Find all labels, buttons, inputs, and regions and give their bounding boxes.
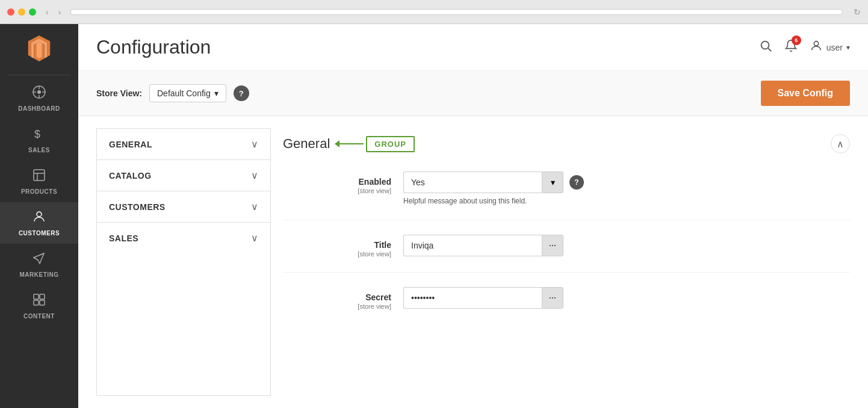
left-nav-general-chevron-icon: ∨ [251, 138, 258, 150]
sidebar-item-dashboard[interactable]: DASHBOARD [0, 78, 78, 119]
page-header: Configuration 6 user ▾ [78, 24, 868, 71]
left-nav-catalog-label: CATALOG [109, 171, 152, 181]
browser-navigation: ‹ › [42, 6, 64, 18]
section-title-row: General GROUP [283, 136, 415, 152]
left-nav-item-customers[interactable]: CUSTOMERS ∨ [97, 191, 270, 223]
content-icon [32, 292, 46, 311]
help-question-mark: ? [239, 89, 244, 98]
left-nav-sales-label: SALES [109, 233, 138, 243]
user-menu[interactable]: user ▾ [810, 39, 850, 55]
secret-label-col: Secret [store view] [283, 287, 403, 310]
svg-line-20 [768, 48, 771, 51]
left-nav-customers-label: CUSTOMERS [109, 202, 166, 212]
store-view-label: Store View: [96, 88, 142, 98]
right-panel: General GROUP ∧ Enabled [sto [283, 128, 850, 396]
left-nav: GENERAL ∨ CATALOG ∨ CUSTOMERS ∨ SALES ∨ [96, 128, 271, 396]
save-config-button[interactable]: Save Config [761, 81, 850, 106]
maximize-dot[interactable] [29, 8, 36, 16]
left-nav-customers-chevron-icon: ∨ [251, 201, 258, 212]
annotation-arrow: GROUP [339, 136, 415, 152]
collapse-chevron-icon: ∧ [837, 138, 844, 150]
sidebar-item-content-label: CONTENT [23, 313, 55, 320]
svg-rect-15 [34, 294, 39, 299]
main-body: GENERAL ∨ CATALOG ∨ CUSTOMERS ∨ SALES ∨ [78, 116, 868, 408]
secret-scope: [store view] [283, 303, 391, 310]
svg-rect-11 [34, 170, 45, 181]
secret-input-action-icon[interactable]: ⋯ [542, 287, 563, 309]
sidebar-item-sales[interactable]: $ SALES [0, 119, 78, 161]
enabled-input-col: Yes No ▾ Helpful message about using thi… [403, 172, 850, 205]
sidebar-item-content[interactable]: CONTENT [0, 285, 78, 327]
sidebar-logo [0, 24, 78, 72]
minimize-dot[interactable] [18, 8, 25, 16]
sidebar-item-marketing[interactable]: MARKETING [0, 244, 78, 285]
svg-rect-18 [40, 300, 45, 305]
dashboard-icon [32, 85, 46, 103]
secret-label: Secret [365, 292, 391, 302]
enabled-select[interactable]: Yes No [403, 172, 542, 193]
close-dot[interactable] [7, 8, 14, 16]
store-view-select[interactable]: Default Config ▾ [149, 84, 226, 102]
forward-button[interactable]: › [55, 6, 65, 18]
secret-field: Secret [store view] ⋯ [283, 287, 850, 310]
search-icon[interactable] [759, 39, 772, 55]
title-input-wrapper: ⋯ [403, 235, 563, 256]
sidebar: DASHBOARD $ SALES PRODUCTS CUSTOMERS MAR… [0, 24, 78, 408]
section-header: General GROUP ∧ [283, 128, 850, 159]
enabled-select-dropdown-icon[interactable]: ▾ [542, 172, 563, 193]
sidebar-item-marketing-label: MARKETING [19, 271, 58, 278]
refresh-button[interactable]: ↻ [854, 7, 861, 17]
enabled-select-wrapper: Yes No ▾ [403, 172, 563, 193]
notification-count-badge: 6 [792, 36, 801, 45]
enabled-label: Enabled [359, 177, 391, 187]
svg-point-21 [814, 42, 818, 46]
group-badge: GROUP [366, 136, 415, 152]
magento-logo-icon [25, 34, 54, 63]
enabled-help-message: Helpful message about using this field. [403, 197, 563, 205]
left-nav-item-general[interactable]: GENERAL ∨ [97, 129, 270, 160]
title-input[interactable] [403, 235, 542, 256]
svg-point-14 [37, 212, 42, 217]
sidebar-item-products-label: PRODUCTS [21, 188, 57, 195]
svg-point-5 [37, 90, 41, 94]
svg-rect-16 [40, 294, 45, 299]
svg-marker-3 [37, 42, 42, 58]
sidebar-item-products[interactable]: PRODUCTS [0, 161, 78, 202]
title-label: Title [374, 240, 391, 250]
back-button[interactable]: ‹ [42, 6, 52, 18]
svg-text:$: $ [34, 128, 40, 140]
page-title: Configuration [96, 36, 211, 58]
enabled-help-icon[interactable]: ? [569, 175, 584, 190]
products-icon [32, 168, 46, 186]
store-view-section: Store View: Default Config ▾ ? [96, 84, 249, 102]
user-avatar-icon [810, 39, 823, 55]
app-layout: DASHBOARD $ SALES PRODUCTS CUSTOMERS MAR… [0, 24, 868, 408]
user-menu-chevron-icon: ▾ [846, 43, 850, 52]
section-collapse-button[interactable]: ∧ [831, 134, 850, 153]
sidebar-divider [8, 75, 70, 75]
customers-icon [32, 209, 46, 227]
sidebar-item-customers[interactable]: CUSTOMERS [0, 202, 78, 244]
section-title: General [283, 136, 330, 152]
user-name-label: user [826, 43, 843, 52]
arrow-line-icon [339, 143, 364, 144]
header-actions: 6 user ▾ [759, 39, 850, 55]
store-view-chevron-icon: ▾ [214, 88, 219, 98]
browser-chrome: ‹ › ↻ [0, 0, 868, 24]
notifications-button[interactable]: 6 [784, 39, 798, 55]
store-view-help-icon[interactable]: ? [234, 85, 249, 101]
sidebar-item-customers-label: CUSTOMERS [19, 230, 60, 236]
left-nav-item-catalog[interactable]: CATALOG ∨ [97, 160, 270, 191]
address-bar[interactable] [70, 9, 843, 15]
secret-input[interactable] [403, 287, 542, 309]
main-content: Configuration 6 user ▾ [78, 24, 868, 408]
svg-rect-17 [34, 300, 39, 305]
left-nav-catalog-chevron-icon: ∨ [251, 170, 258, 181]
title-input-action-icon[interactable]: ⋯ [542, 235, 563, 256]
left-nav-item-sales[interactable]: SALES ∨ [97, 223, 270, 253]
secret-input-col: ⋯ [403, 287, 850, 309]
svg-point-19 [761, 42, 769, 49]
enabled-scope: [store view] [283, 187, 391, 194]
browser-dots [7, 8, 36, 16]
title-scope: [store view] [283, 250, 391, 258]
